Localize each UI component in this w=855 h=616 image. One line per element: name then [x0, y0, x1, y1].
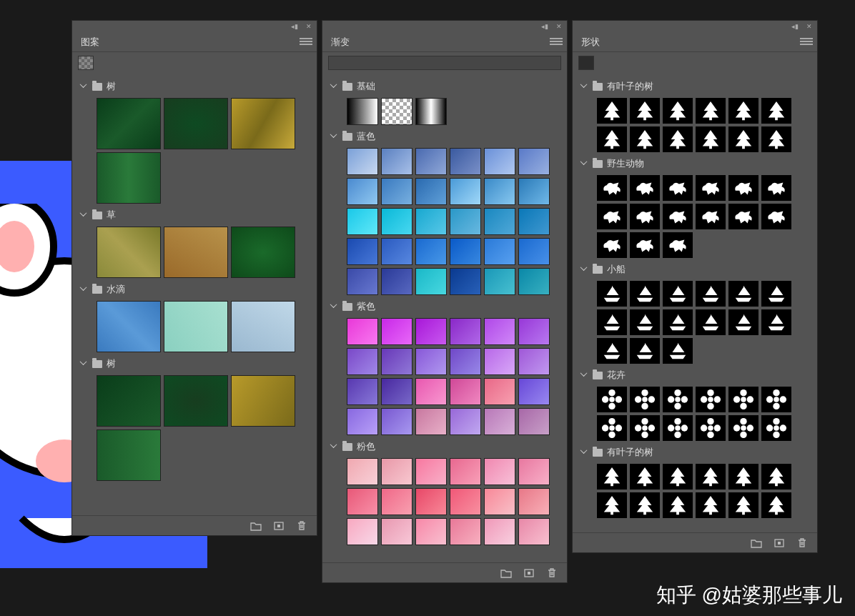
group-header[interactable]: 紫色	[331, 299, 567, 314]
shape-swatch[interactable]	[728, 126, 758, 152]
shape-swatch[interactable]	[696, 281, 726, 307]
new-icon[interactable]	[773, 537, 786, 549]
group-header[interactable]: 水滴	[81, 282, 317, 297]
group-header[interactable]: 树	[81, 357, 317, 371]
swatch[interactable]	[450, 148, 481, 175]
swatch[interactable]	[450, 408, 481, 435]
shape-swatch[interactable]	[728, 415, 758, 441]
shape-swatch[interactable]	[597, 126, 627, 152]
swatch[interactable]	[347, 488, 378, 515]
shape-swatch[interactable]	[630, 464, 660, 490]
shape-swatch[interactable]	[630, 175, 660, 201]
shape-swatch[interactable]	[597, 338, 627, 364]
shape-swatch[interactable]	[630, 387, 660, 412]
swatch[interactable]	[231, 98, 295, 149]
shape-swatch[interactable]	[630, 204, 660, 229]
swatch[interactable]	[415, 178, 447, 205]
swatch[interactable]	[484, 208, 515, 235]
folder-icon[interactable]	[500, 567, 513, 579]
filter-chip[interactable]	[578, 56, 594, 70]
shape-swatch[interactable]	[761, 281, 791, 307]
swatch[interactable]	[347, 148, 378, 175]
swatch[interactable]	[381, 178, 412, 205]
shape-swatch[interactable]	[696, 492, 726, 518]
group-header[interactable]: 小船	[581, 262, 817, 277]
swatch[interactable]	[97, 227, 161, 278]
new-icon[interactable]	[272, 520, 285, 532]
swatch[interactable]	[484, 348, 515, 375]
swatch[interactable]	[518, 208, 550, 235]
shape-swatch[interactable]	[761, 387, 791, 412]
shape-swatch[interactable]	[663, 415, 693, 441]
shape-swatch[interactable]	[597, 281, 627, 307]
group-header[interactable]: 野生动物	[581, 157, 817, 171]
shape-swatch[interactable]	[630, 309, 660, 335]
shape-swatch[interactable]	[597, 204, 627, 229]
trash-icon[interactable]	[545, 567, 558, 579]
swatch[interactable]	[381, 348, 412, 375]
shape-swatch[interactable]	[761, 126, 791, 152]
search-input[interactable]	[328, 56, 561, 70]
panel-menu-icon[interactable]	[550, 38, 563, 46]
group-header[interactable]: 有叶子的树	[581, 79, 817, 94]
shape-swatch[interactable]	[663, 204, 693, 229]
swatch[interactable]	[518, 268, 550, 295]
shape-swatch[interactable]	[696, 204, 726, 229]
swatch[interactable]	[518, 518, 550, 545]
swatch[interactable]	[450, 378, 481, 405]
shape-swatch[interactable]	[728, 204, 758, 229]
swatch[interactable]	[450, 518, 481, 545]
shape-swatch[interactable]	[696, 309, 726, 335]
swatch[interactable]	[347, 208, 378, 235]
swatch[interactable]	[415, 98, 447, 125]
swatch[interactable]	[518, 378, 550, 405]
shape-swatch[interactable]	[630, 492, 660, 518]
panel-menu-icon[interactable]	[300, 38, 312, 46]
shape-swatch[interactable]	[761, 204, 791, 229]
minimize-icon[interactable]: ◂▮	[790, 23, 800, 30]
swatch[interactable]	[450, 208, 481, 235]
swatch[interactable]	[415, 318, 447, 345]
shape-swatch[interactable]	[597, 232, 627, 258]
shape-swatch[interactable]	[663, 98, 693, 124]
close-icon[interactable]: ✕	[554, 23, 564, 30]
shape-swatch[interactable]	[696, 387, 726, 412]
group-header[interactable]: 基础	[331, 79, 567, 94]
swatch[interactable]	[484, 148, 515, 175]
shape-swatch[interactable]	[728, 281, 758, 307]
swatch[interactable]	[450, 488, 481, 515]
swatch[interactable]	[381, 518, 412, 545]
swatch[interactable]	[484, 318, 515, 345]
shape-swatch[interactable]	[630, 338, 660, 364]
swatch[interactable]	[97, 429, 161, 481]
shape-swatch[interactable]	[663, 232, 693, 258]
shape-swatch[interactable]	[663, 464, 693, 490]
swatch[interactable]	[518, 458, 550, 485]
shape-swatch[interactable]	[728, 387, 758, 412]
panel-tab[interactable]: 渐变	[322, 32, 358, 51]
group-header[interactable]: 树	[81, 79, 317, 94]
shape-swatch[interactable]	[663, 309, 693, 335]
swatch[interactable]	[381, 208, 412, 235]
swatch[interactable]	[484, 408, 515, 435]
minimize-icon[interactable]: ◂▮	[540, 23, 550, 30]
panel-tab[interactable]: 形状	[573, 32, 608, 51]
shape-swatch[interactable]	[761, 98, 791, 124]
swatch[interactable]	[347, 178, 378, 205]
shape-swatch[interactable]	[696, 126, 726, 152]
swatch[interactable]	[231, 375, 295, 427]
shape-swatch[interactable]	[728, 492, 758, 518]
swatch[interactable]	[97, 98, 161, 149]
shape-swatch[interactable]	[696, 98, 726, 124]
swatch[interactable]	[450, 348, 481, 375]
swatch[interactable]	[518, 408, 550, 435]
panel-body[interactable]: 基础蓝色紫色粉色	[322, 74, 567, 562]
shape-swatch[interactable]	[728, 464, 758, 490]
swatch[interactable]	[164, 98, 228, 149]
shape-swatch[interactable]	[663, 338, 693, 364]
new-icon[interactable]	[523, 567, 535, 579]
swatch[interactable]	[347, 238, 378, 265]
swatch[interactable]	[231, 227, 295, 278]
swatch[interactable]	[450, 238, 481, 265]
swatch[interactable]	[381, 318, 412, 345]
